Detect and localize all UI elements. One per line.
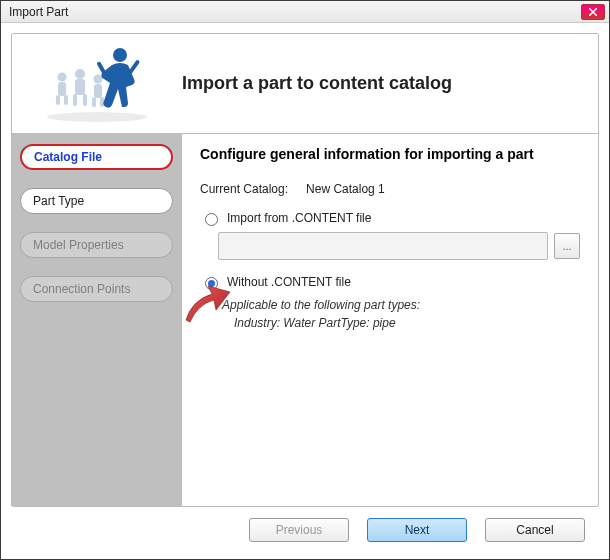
svg-point-4 bbox=[75, 69, 85, 79]
step-label: Model Properties bbox=[33, 238, 124, 252]
radio-without-content[interactable] bbox=[205, 277, 218, 290]
main-content: Configure general information for import… bbox=[182, 134, 598, 506]
applicable-hint: Applicable to the following part types: … bbox=[222, 296, 580, 332]
svg-rect-5 bbox=[75, 79, 85, 95]
current-catalog-value: New Catalog 1 bbox=[306, 182, 385, 196]
step-label: Part Type bbox=[33, 194, 84, 208]
radio-import-label: Import from .CONTENT file bbox=[227, 211, 371, 225]
svg-rect-7 bbox=[83, 94, 87, 106]
svg-point-0 bbox=[58, 72, 67, 81]
header-strip: Import a part to content catalog bbox=[12, 34, 598, 134]
radio-without-label: Without .CONTENT file bbox=[227, 275, 351, 289]
step-label: Connection Points bbox=[33, 282, 130, 296]
svg-rect-10 bbox=[92, 97, 96, 107]
svg-rect-9 bbox=[94, 84, 102, 98]
header-title: Import a part to content catalog bbox=[182, 73, 598, 94]
svg-rect-2 bbox=[56, 95, 60, 105]
step-catalog-file[interactable]: Catalog File bbox=[20, 144, 173, 170]
svg-point-12 bbox=[113, 48, 127, 62]
svg-rect-13 bbox=[128, 59, 140, 74]
section-title: Configure general information for import… bbox=[200, 146, 580, 162]
hint-line-1: Applicable to the following part types: bbox=[222, 296, 580, 314]
close-button[interactable] bbox=[581, 4, 605, 20]
content-area: Import a part to content catalog Catalog… bbox=[1, 23, 609, 559]
dialog-window: Import Part bbox=[0, 0, 610, 560]
cancel-button[interactable]: Cancel bbox=[485, 518, 585, 542]
step-model-properties: Model Properties bbox=[20, 232, 173, 258]
svg-rect-11 bbox=[100, 97, 104, 107]
people-icon bbox=[32, 39, 162, 129]
option-without-row: Without .CONTENT file bbox=[200, 274, 580, 290]
wizard-body: Catalog File Part Type Model Properties … bbox=[12, 134, 598, 506]
step-part-type[interactable]: Part Type bbox=[20, 188, 173, 214]
option-import-row: Import from .CONTENT file bbox=[200, 210, 580, 226]
ellipsis-icon: ... bbox=[562, 240, 571, 252]
previous-button: Previous bbox=[249, 518, 349, 542]
svg-rect-3 bbox=[64, 95, 68, 105]
footer: Previous Next Cancel bbox=[11, 507, 599, 553]
svg-point-8 bbox=[94, 74, 103, 83]
current-catalog-label: Current Catalog: bbox=[200, 182, 288, 196]
titlebar: Import Part bbox=[1, 1, 609, 23]
window-title: Import Part bbox=[5, 5, 581, 19]
sidebar: Catalog File Part Type Model Properties … bbox=[12, 134, 182, 506]
current-catalog-row: Current Catalog: New Catalog 1 bbox=[200, 182, 580, 196]
content-path-row: ... bbox=[218, 232, 580, 260]
step-connection-points: Connection Points bbox=[20, 276, 173, 302]
svg-point-15 bbox=[47, 112, 147, 122]
svg-rect-1 bbox=[58, 82, 66, 96]
browse-button[interactable]: ... bbox=[554, 233, 580, 259]
step-label: Catalog File bbox=[34, 150, 102, 164]
hint-line-2: Industry: Water PartType: pipe bbox=[234, 314, 580, 332]
main-panel: Import a part to content catalog Catalog… bbox=[11, 33, 599, 507]
next-button[interactable]: Next bbox=[367, 518, 467, 542]
content-path-input[interactable] bbox=[218, 232, 548, 260]
radio-import-from-content[interactable] bbox=[205, 213, 218, 226]
header-illustration bbox=[12, 34, 182, 134]
svg-rect-6 bbox=[73, 94, 77, 106]
close-icon bbox=[589, 8, 597, 16]
